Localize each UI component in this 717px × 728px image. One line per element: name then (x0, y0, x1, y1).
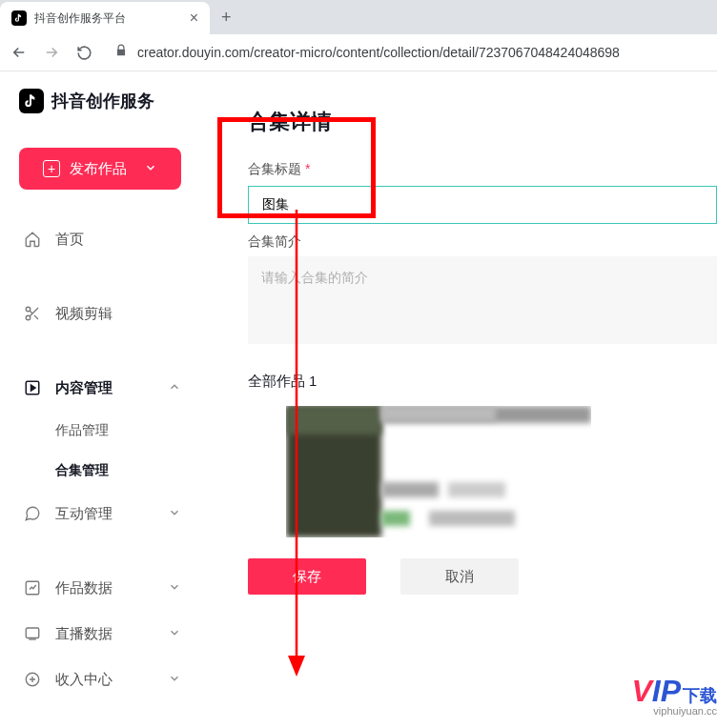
douyin-logo-icon (19, 89, 44, 113)
url-text: creator.douyin.com/creator-micro/content… (137, 45, 620, 60)
sidebar-item-income[interactable]: 收入中心 (19, 657, 181, 702)
sidebar-item-label: 互动管理 (55, 505, 113, 523)
chat-icon (23, 504, 42, 523)
sidebar-item-works-data[interactable]: 作品数据 (19, 565, 181, 611)
browser-tab[interactable]: 抖音创作服务平台 × (0, 2, 210, 34)
sidebar-item-label: 内容管理 (55, 379, 113, 397)
logo[interactable]: 抖音创作服务 (19, 89, 181, 113)
sidebar: 抖音创作服务 + 发布作品 首页 视频剪辑 (0, 71, 200, 727)
forward-icon[interactable] (42, 43, 61, 62)
sidebar-item-label: 首页 (55, 231, 84, 249)
sidebar-sub-collection-manage[interactable]: 合集管理 (19, 451, 181, 491)
collection-title-input[interactable] (248, 186, 717, 224)
sidebar-sub-label: 作品管理 (55, 422, 109, 439)
sidebar-item-label: 直播数据 (55, 625, 113, 643)
tab-title: 抖音创作服务平台 (34, 10, 182, 27)
watermark: VIP下载 viphuiyuan.cc (631, 674, 717, 717)
new-tab-button[interactable]: + (210, 8, 243, 28)
browser-chrome: 抖音创作服务平台 × + creator.douyin.com/creator-… (0, 0, 717, 71)
required-mark: * (305, 161, 310, 176)
back-icon[interactable] (10, 43, 29, 62)
sidebar-item-interaction[interactable]: 互动管理 (19, 491, 181, 536)
app: 抖音创作服务 + 发布作品 首页 视频剪辑 (0, 71, 717, 727)
address-bar: creator.douyin.com/creator-micro/content… (0, 34, 717, 71)
svg-rect-4 (26, 628, 39, 638)
chevron-down-icon (168, 626, 181, 642)
live-icon (23, 624, 42, 643)
chevron-down-icon (168, 672, 181, 688)
sidebar-item-label: 收入中心 (55, 671, 113, 689)
all-works-label: 全部作品1 (200, 373, 717, 391)
work-thumbnail (286, 406, 591, 537)
plus-icon: + (43, 160, 60, 177)
logo-text: 抖音创作服务 (51, 90, 154, 112)
tab-bar: 抖音创作服务平台 × + (0, 0, 717, 34)
chart-icon (23, 578, 42, 597)
douyin-favicon (11, 10, 27, 26)
chevron-down-icon (168, 506, 181, 522)
publish-label: 发布作品 (70, 160, 127, 178)
svg-point-1 (26, 315, 31, 320)
sidebar-item-home[interactable]: 首页 (19, 216, 181, 262)
sidebar-sub-works-manage[interactable]: 作品管理 (19, 411, 181, 451)
publish-button[interactable]: + 发布作品 (19, 148, 181, 190)
sidebar-item-live-data[interactable]: 直播数据 (19, 611, 181, 657)
chevron-down-icon (168, 580, 181, 597)
play-square-icon (23, 378, 42, 397)
scissors-icon (23, 304, 42, 323)
sidebar-sub-label: 合集管理 (55, 462, 109, 479)
title-field-row: 合集标题* (200, 161, 717, 224)
sidebar-item-label: 作品数据 (55, 579, 113, 597)
close-icon[interactable]: × (190, 10, 198, 27)
url-box[interactable]: creator.douyin.com/creator-micro/content… (107, 44, 707, 61)
sidebar-item-label: 视频剪辑 (55, 305, 113, 323)
chevron-up-icon (168, 380, 181, 396)
chevron-down-icon (144, 161, 157, 177)
sidebar-item-video-edit[interactable]: 视频剪辑 (19, 291, 181, 336)
cancel-button[interactable]: 取消 (400, 558, 519, 595)
svg-point-0 (26, 307, 31, 312)
sidebar-item-content-manage[interactable]: 内容管理 (19, 365, 181, 411)
title-field-label: 合集标题* (248, 161, 717, 178)
plus-circle-icon (23, 670, 42, 689)
page-title: 合集详情 (200, 108, 717, 136)
works-count: 1 (309, 373, 317, 389)
collection-desc-input[interactable] (248, 256, 717, 344)
main-content: 合集详情 合集标题* 合集简介 全部作品1 (200, 71, 717, 727)
home-icon (23, 230, 42, 249)
save-button[interactable]: 保存 (248, 558, 366, 595)
reload-icon[interactable] (74, 43, 93, 62)
action-buttons: 保存 取消 (200, 558, 717, 595)
lock-icon (114, 44, 128, 61)
work-item[interactable] (200, 406, 717, 537)
desc-field-label: 合集简介 (200, 233, 717, 251)
